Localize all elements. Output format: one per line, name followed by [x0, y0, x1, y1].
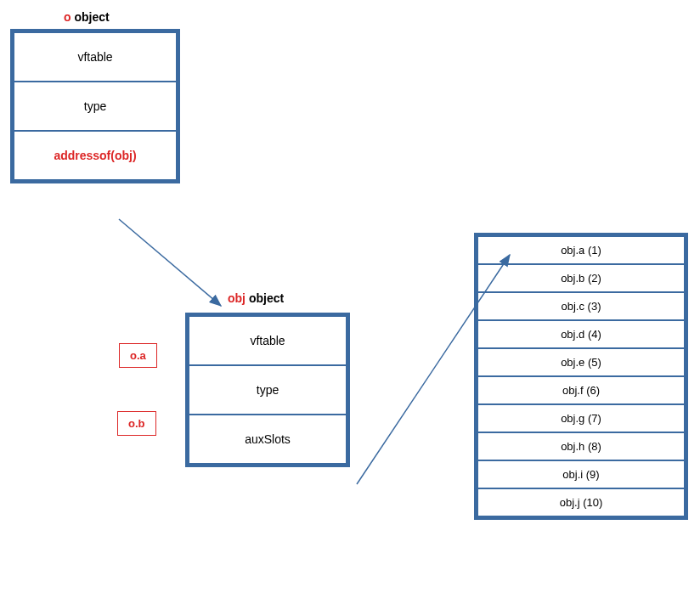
- slot-b: obj.b (2): [477, 264, 685, 292]
- obj-cell-vftable: vftable: [189, 316, 347, 365]
- o-cell-addressof: addressof(obj): [14, 131, 177, 180]
- slot-f: obj.f (6): [477, 376, 685, 404]
- slot-g: obj.g (7): [477, 404, 685, 432]
- obj-cell-type: type: [189, 365, 347, 415]
- slot-e: obj.e (5): [477, 348, 685, 376]
- o-title-red: o: [64, 10, 71, 24]
- label-oa: o.a: [119, 343, 157, 368]
- obj-title-rest: object: [246, 291, 284, 305]
- slot-j: obj.j (10): [477, 488, 685, 516]
- slot-c: obj.c (3): [477, 292, 685, 320]
- o-title-rest: object: [71, 10, 110, 24]
- o-cell-vftable: vftable: [14, 32, 177, 82]
- o-cell-type: type: [14, 82, 177, 131]
- obj-title-red: obj: [228, 291, 246, 305]
- obj-object-table: vftable type auxSlots: [185, 313, 350, 467]
- slot-i: obj.i (9): [477, 460, 685, 488]
- o-object-table: vftable type addressof(obj): [10, 29, 180, 183]
- label-ob: o.b: [117, 411, 156, 436]
- slot-h: obj.h (8): [477, 432, 685, 460]
- slots-table: obj.a (1) obj.b (2) obj.c (3) obj.d (4) …: [474, 233, 688, 520]
- o-object-title: o object: [64, 10, 110, 24]
- slot-d: obj.d (4): [477, 320, 685, 348]
- obj-object-title: obj object: [228, 291, 284, 305]
- obj-cell-auxslots: auxSlots: [189, 415, 347, 464]
- svg-line-1: [119, 219, 221, 306]
- slot-a: obj.a (1): [477, 236, 685, 264]
